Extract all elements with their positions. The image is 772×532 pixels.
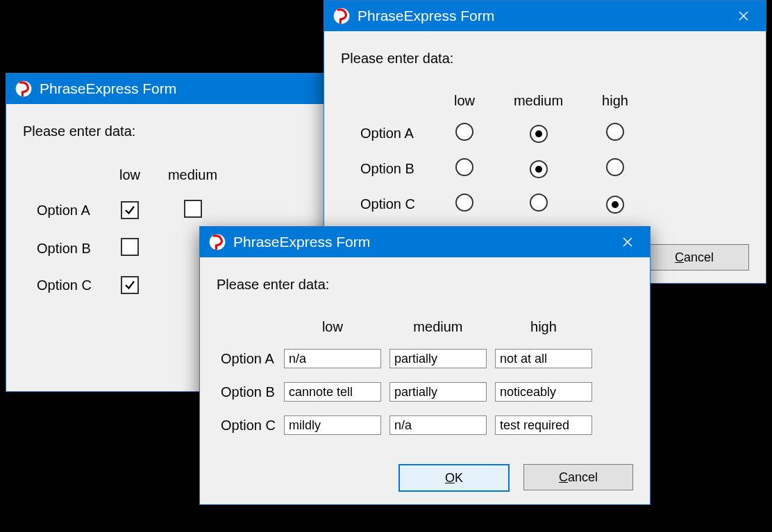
row-label: Option C: [341, 187, 435, 222]
window-title: PhraseExpress Form: [233, 234, 612, 250]
row-label: Option C: [23, 268, 106, 303]
radio-B-high[interactable]: [606, 158, 624, 176]
titlebar[interactable]: PhraseExpress Form: [6, 74, 327, 104]
app-icon: [15, 80, 33, 98]
row-label: Option A: [23, 191, 106, 230]
close-icon[interactable]: [612, 227, 643, 257]
text-B-high[interactable]: [495, 382, 592, 402]
app-icon: [333, 7, 351, 25]
prompt-text: Please enter data:: [341, 51, 749, 67]
close-icon[interactable]: [728, 1, 759, 31]
row-label: Option B: [23, 230, 106, 268]
text-grid: low medium high Option A Option B Option…: [217, 312, 596, 442]
prompt-text: Please enter data:: [23, 123, 310, 139]
text-A-medium[interactable]: [389, 349, 487, 368]
radio-A-low[interactable]: [455, 123, 473, 141]
radio-A-high[interactable]: [606, 123, 624, 141]
radio-C-low[interactable]: [455, 194, 473, 212]
radio-A-medium[interactable]: [530, 125, 548, 143]
radio-grid: low medium high Option A Option B Option…: [341, 86, 648, 222]
text-A-high[interactable]: [495, 349, 592, 368]
row-label: Option A: [341, 116, 435, 151]
window-title: PhraseExpress Form: [40, 80, 320, 97]
row-label: Option C: [217, 409, 280, 442]
prompt-text: Please enter data:: [217, 277, 633, 293]
col-header-low: low: [106, 159, 154, 191]
text-C-medium[interactable]: [389, 415, 487, 435]
titlebar[interactable]: PhraseExpress Form: [324, 1, 766, 31]
window-title: PhraseExpress Form: [358, 8, 728, 24]
checkbox-B-low[interactable]: [121, 238, 139, 256]
row-label: Option B: [217, 375, 280, 409]
row-label: Option A: [217, 342, 280, 375]
col-header-medium: medium: [385, 312, 491, 342]
col-header-high: high: [582, 86, 648, 116]
radio-C-medium[interactable]: [530, 194, 548, 212]
text-C-low[interactable]: [284, 415, 381, 435]
row-label: Option B: [341, 151, 435, 187]
cancel-label-rest: ancel: [684, 250, 714, 264]
cancel-button[interactable]: Cancel: [639, 244, 749, 271]
checkbox-A-medium[interactable]: [184, 200, 202, 218]
text-A-low[interactable]: [284, 349, 381, 368]
text-C-high[interactable]: [495, 415, 592, 435]
checkbox-A-low[interactable]: [121, 201, 139, 219]
cancel-button[interactable]: Cancel: [523, 464, 633, 490]
app-icon: [208, 233, 226, 251]
col-header-medium: medium: [494, 86, 582, 116]
titlebar[interactable]: PhraseExpress Form: [200, 227, 650, 257]
radio-C-high[interactable]: [606, 196, 624, 214]
col-header-low: low: [280, 312, 385, 342]
col-header-high: high: [491, 312, 596, 342]
radio-B-medium[interactable]: [530, 160, 548, 178]
col-header-low: low: [435, 86, 494, 116]
text-B-medium[interactable]: [389, 382, 487, 402]
radio-B-low[interactable]: [455, 158, 473, 176]
text-B-low[interactable]: [284, 382, 381, 402]
ok-button[interactable]: OK: [398, 464, 510, 492]
checkbox-C-low[interactable]: [121, 276, 139, 294]
form-window-texts: PhraseExpress Form Please enter data: lo…: [199, 226, 651, 505]
col-header-medium: medium: [154, 159, 231, 191]
